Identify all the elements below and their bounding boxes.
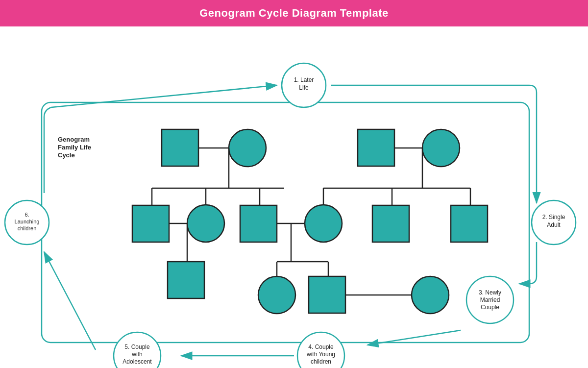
svg-text:Life: Life	[299, 84, 309, 91]
svg-text:2. Single: 2. Single	[542, 214, 565, 221]
svg-text:Cycle: Cycle	[58, 151, 75, 159]
svg-text:Family Life: Family Life	[58, 144, 91, 151]
svg-rect-17	[132, 205, 169, 242]
svg-rect-28	[451, 205, 488, 242]
svg-text:1. Later: 1. Later	[294, 76, 314, 83]
svg-point-34	[258, 276, 295, 314]
svg-text:6.: 6.	[24, 212, 29, 218]
svg-text:with: with	[131, 351, 142, 358]
svg-point-18	[187, 205, 224, 242]
svg-text:Couple: Couple	[481, 304, 499, 311]
svg-point-10	[422, 129, 460, 167]
svg-rect-9	[358, 129, 394, 166]
svg-text:Adolescent: Adolescent	[122, 358, 152, 365]
svg-point-26	[305, 205, 342, 242]
svg-rect-39	[168, 262, 204, 298]
svg-text:Launching: Launching	[15, 219, 40, 224]
svg-text:5. Couple: 5. Couple	[124, 343, 150, 350]
svg-rect-35	[309, 276, 345, 313]
svg-text:children: children	[18, 225, 37, 231]
svg-point-37	[412, 276, 449, 314]
svg-text:Married: Married	[480, 296, 500, 303]
diagram-area: Genogram Family Life Cycle	[0, 26, 588, 368]
svg-point-7	[229, 129, 266, 167]
svg-text:Genogram: Genogram	[58, 136, 90, 143]
header: Genogram Cycle Diagram Template	[0, 0, 588, 26]
svg-rect-6	[162, 129, 198, 166]
svg-text:children: children	[311, 358, 331, 365]
svg-text:3. Newly: 3. Newly	[479, 289, 501, 296]
svg-rect-20	[240, 205, 277, 242]
svg-text:Adult: Adult	[547, 221, 561, 228]
svg-text:4. Couple: 4. Couple	[308, 343, 334, 350]
svg-text:with Young: with Young	[306, 351, 335, 358]
svg-rect-27	[372, 205, 409, 242]
